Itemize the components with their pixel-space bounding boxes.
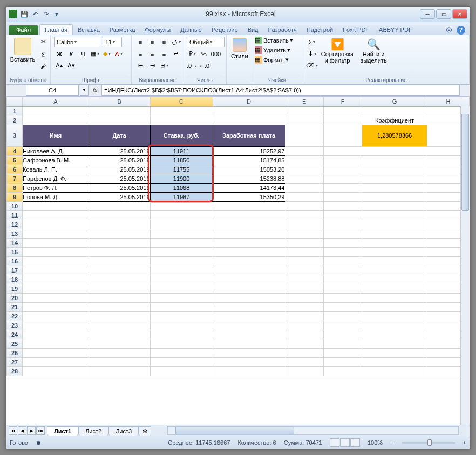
cell-A11[interactable] (23, 210, 89, 220)
cut-icon[interactable]: ✂ (38, 37, 49, 47)
cell-D18[interactable] (213, 275, 285, 284)
zoom-slider[interactable] (402, 442, 455, 444)
cell-F11[interactable] (323, 210, 362, 220)
cell-D19[interactable] (213, 284, 285, 293)
cell-C28[interactable] (150, 366, 213, 376)
row-header-28[interactable]: 28 (7, 366, 23, 376)
cell-C17[interactable] (150, 266, 213, 275)
close-button[interactable]: ✕ (452, 9, 467, 19)
cell-A14[interactable] (23, 238, 89, 247)
cell-D1[interactable] (213, 106, 285, 116)
cell-B8[interactable]: 25.05.2016 (89, 183, 150, 192)
cell-C11[interactable] (150, 210, 213, 220)
cell-D3[interactable]: Заработная плата (213, 125, 285, 146)
row-header-16[interactable]: 16 (7, 256, 23, 266)
fill-color-button[interactable]: ◆ (101, 49, 112, 59)
cell-D11[interactable] (213, 210, 285, 220)
cell-G8[interactable] (362, 183, 427, 192)
cell-B17[interactable] (89, 266, 150, 275)
cell-D13[interactable] (213, 229, 285, 238)
align-bottom-icon[interactable]: ≡ (159, 37, 169, 47)
cell-E25[interactable] (285, 339, 323, 348)
cell-E8[interactable] (285, 183, 323, 192)
name-box[interactable]: C4 (26, 85, 79, 96)
sort-filter-button[interactable]: 🔽 Сортировка и фильтр (319, 37, 355, 65)
cell-E7[interactable] (285, 174, 323, 183)
font-size-combo[interactable]: 11 (103, 37, 122, 47)
cell-D28[interactable] (213, 366, 285, 376)
cell-D15[interactable] (213, 247, 285, 256)
cell-A9[interactable]: Попова М. Д. (23, 192, 89, 201)
row-header-1[interactable]: 1 (7, 106, 23, 116)
row-header-19[interactable]: 19 (7, 284, 23, 293)
cell-C4[interactable]: 11911 (150, 146, 213, 155)
cell-F27[interactable] (323, 357, 362, 366)
decrease-indent-icon[interactable]: ⇤ (135, 60, 146, 71)
tab-review[interactable]: Рецензир (207, 25, 243, 35)
cell-D23[interactable] (213, 321, 285, 330)
tab-insert[interactable]: Вставка (73, 25, 105, 35)
row-header-22[interactable]: 22 (7, 311, 23, 321)
fx-icon[interactable]: fx (89, 87, 101, 93)
zoom-level[interactable]: 100% (368, 439, 383, 446)
cell-D20[interactable] (213, 293, 285, 302)
row-header-4[interactable]: 4 (7, 146, 23, 155)
sheet-tab-3[interactable]: Лист3 (108, 426, 139, 436)
number-format-combo[interactable]: Общий (187, 37, 225, 47)
row-header-18[interactable]: 18 (7, 275, 23, 284)
cell-G6[interactable] (362, 165, 427, 174)
row-header-3[interactable]: 3 (7, 125, 23, 146)
cell-F9[interactable] (323, 192, 362, 201)
cell-D25[interactable] (213, 339, 285, 348)
tab-data[interactable]: Данные (175, 25, 207, 35)
cell-B5[interactable]: 25.05.2016 (89, 155, 150, 165)
cell-E23[interactable] (285, 321, 323, 330)
cell-B22[interactable] (89, 311, 150, 321)
tab-home[interactable]: Главная (39, 24, 73, 35)
zoom-out-button[interactable]: − (390, 439, 393, 446)
new-sheet-button[interactable]: ✻ (139, 426, 151, 436)
cell-C23[interactable] (150, 321, 213, 330)
cell-B2[interactable] (89, 116, 150, 125)
font-name-combo[interactable]: Calibri (54, 37, 101, 47)
cell-C12[interactable] (150, 220, 213, 229)
cell-B18[interactable] (89, 275, 150, 284)
row-header-9[interactable]: 9 (7, 192, 23, 201)
cell-B6[interactable]: 25.05.2016 (89, 165, 150, 174)
tab-nav-first-icon[interactable]: ⏮ (9, 426, 17, 435)
row-header-15[interactable]: 15 (7, 247, 23, 256)
macro-record-icon[interactable]: ⏺ (36, 439, 42, 446)
cell-F5[interactable] (323, 155, 362, 165)
cell-B13[interactable] (89, 229, 150, 238)
cell-F4[interactable] (323, 146, 362, 155)
horizontal-scrollbar[interactable] (167, 426, 459, 435)
cell-F7[interactable] (323, 174, 362, 183)
cell-G3[interactable]: 1,280578366 (362, 125, 427, 146)
row-header-6[interactable]: 6 (7, 165, 23, 174)
cell-A6[interactable]: Коваль Л. П. (23, 165, 89, 174)
cell-G10[interactable] (362, 201, 427, 210)
cell-A15[interactable] (23, 247, 89, 256)
cell-G16[interactable] (362, 256, 427, 266)
cell-G27[interactable] (362, 357, 427, 366)
row-header-12[interactable]: 12 (7, 220, 23, 229)
cell-F19[interactable] (323, 284, 362, 293)
tab-nav-last-icon[interactable]: ⏭ (36, 426, 45, 435)
cell-C3[interactable]: Ставка, руб. (150, 125, 213, 146)
grid[interactable]: ABCDEFGH12Коэффициент3ИмяДатаСтавка, руб… (6, 97, 470, 425)
cell-A5[interactable]: Сафронова В. М. (23, 155, 89, 165)
row-header-17[interactable]: 17 (7, 266, 23, 275)
tab-developer[interactable]: Разработч (263, 25, 302, 35)
cell-A26[interactable] (23, 348, 89, 357)
maximize-button[interactable]: ▭ (436, 9, 451, 19)
cell-B23[interactable] (89, 321, 150, 330)
increase-decimal-icon[interactable]: .0→ (187, 60, 198, 71)
cell-A28[interactable] (23, 366, 89, 376)
cell-D26[interactable] (213, 348, 285, 357)
view-normal-icon[interactable] (330, 438, 339, 447)
increase-font-icon[interactable]: A▴ (54, 60, 65, 71)
align-middle-icon[interactable]: ≡ (147, 37, 158, 47)
italic-button[interactable]: К (66, 49, 77, 59)
percent-icon[interactable]: % (199, 49, 209, 59)
cell-B28[interactable] (89, 366, 150, 376)
